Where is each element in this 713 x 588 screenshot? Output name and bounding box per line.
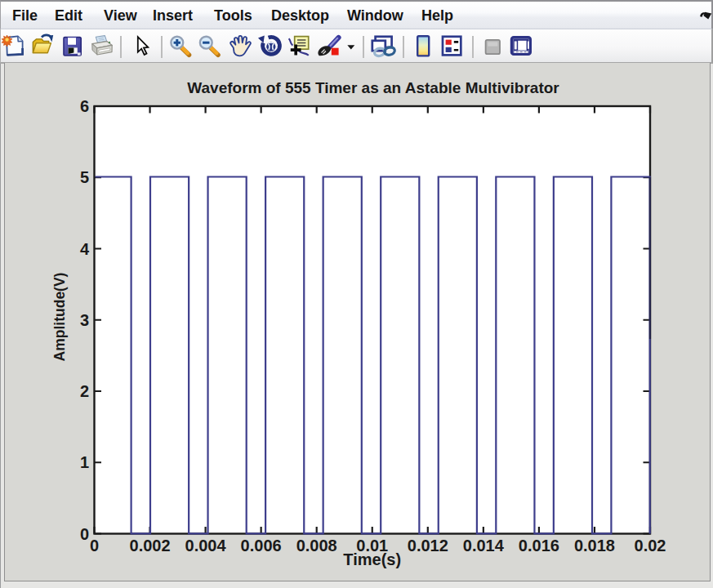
svg-text:Time(s): Time(s) bbox=[343, 550, 401, 568]
svg-text:0: 0 bbox=[90, 537, 99, 555]
svg-text:0.002: 0.002 bbox=[130, 537, 171, 555]
svg-text:0: 0 bbox=[80, 525, 89, 543]
svg-text:0.008: 0.008 bbox=[296, 537, 337, 555]
svg-text:0.004: 0.004 bbox=[185, 537, 227, 555]
svg-text:5: 5 bbox=[80, 168, 89, 186]
svg-text:1: 1 bbox=[80, 453, 89, 471]
svg-text:0.02: 0.02 bbox=[635, 537, 666, 555]
svg-text:6: 6 bbox=[80, 97, 89, 115]
svg-text:0.012: 0.012 bbox=[408, 537, 448, 555]
svg-text:0.016: 0.016 bbox=[519, 537, 559, 555]
svg-text:0.006: 0.006 bbox=[241, 537, 282, 555]
svg-text:2: 2 bbox=[80, 382, 89, 400]
svg-text:4: 4 bbox=[80, 240, 90, 258]
svg-text:0.014: 0.014 bbox=[463, 537, 505, 555]
svg-text:Amplitude(V): Amplitude(V) bbox=[51, 273, 68, 362]
svg-text:Waveform of 555 Timer as an As: Waveform of 555 Timer as an Astable Mult… bbox=[187, 79, 559, 96]
svg-text:3: 3 bbox=[80, 311, 89, 329]
svg-text:0.018: 0.018 bbox=[574, 537, 615, 555]
